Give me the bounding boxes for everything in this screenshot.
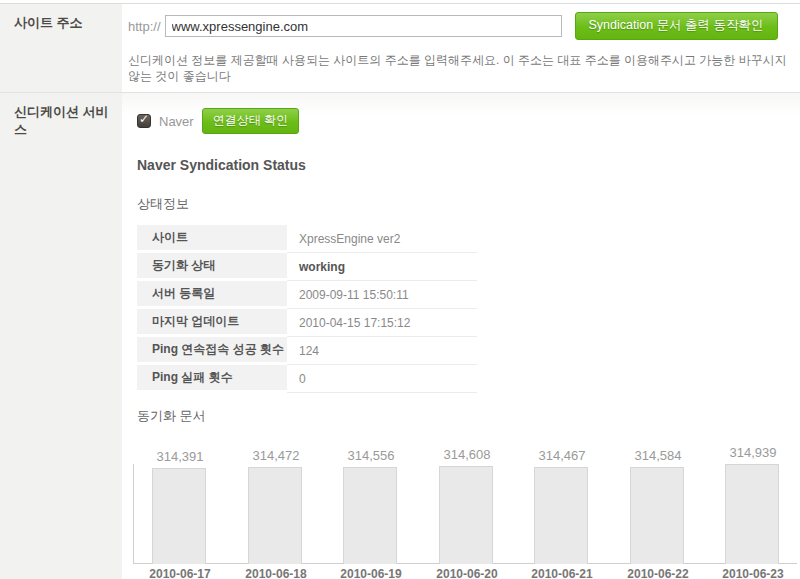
url-protocol-prefix: http://	[128, 19, 161, 34]
status-row-label: 서버 등록일	[137, 281, 287, 306]
bar-value-label: 314,584	[612, 448, 704, 463]
status-row-label: Ping 연속접속 성공 횟수	[137, 337, 287, 362]
status-row-label: Ping 실패 횟수	[137, 365, 287, 390]
status-info-heading: 상태정보	[137, 195, 797, 213]
sidebar-label-site-address: 사이트 주소	[0, 4, 122, 92]
bar-date-label: 2010-06-22	[612, 567, 704, 579]
sync-documents-heading: 동기화 문서	[137, 407, 797, 425]
syndication-settings-page: { "sections": { "site_address": { "sideb…	[0, 0, 800, 579]
site-address-description: 신디케이션 정보를 제공할때 사용되는 사이트의 주소를 입력해주세요. 이 주…	[128, 52, 796, 84]
chart-bar	[725, 464, 779, 564]
bar-value-label: 314,939	[707, 445, 799, 460]
status-row-value: 2009-09-11 15:50:11	[287, 281, 477, 309]
status-table-row: 마지막 업데이트2010-04-15 17:15:12	[137, 309, 477, 337]
site-address-section: 사이트 주소 http:// Syndication 문서 출력 동작확인 신디…	[0, 4, 800, 92]
naver-provider-label: Naver	[159, 114, 194, 129]
bar-date-label: 2010-06-20	[421, 567, 513, 579]
site-address-content: http:// Syndication 문서 출력 동작확인 신디케이션 정보를…	[122, 4, 800, 92]
bar-value-label: 314,608	[421, 447, 513, 462]
status-table-row: 동기화 상태working	[137, 253, 477, 281]
sync-documents-bar-chart: 314,3912010-06-17314,4722010-06-18314,55…	[133, 445, 797, 579]
chart-bar	[534, 467, 588, 564]
status-table-row: 사이트XpressEngine ver2	[137, 225, 477, 253]
syndication-service-section: 신디케이션 서비스 Naver 연결상태 확인 Naver Syndicatio…	[0, 92, 800, 579]
status-table-row: Ping 연속접속 성공 횟수124	[137, 337, 477, 365]
status-table: 사이트XpressEngine ver2동기화 상태working서버 등록일2…	[137, 225, 477, 393]
naver-provider-line: Naver 연결상태 확인	[137, 111, 797, 131]
bar-date-label: 2010-06-18	[230, 567, 322, 579]
bar-date-label: 2010-06-19	[325, 567, 417, 579]
status-row-label: 사이트	[137, 225, 287, 250]
bar-value-label: 314,391	[134, 449, 226, 464]
chart-bar	[439, 466, 493, 564]
status-row-value: 0	[287, 365, 477, 393]
bar-date-label: 2010-06-23	[707, 567, 799, 579]
status-row-value: 124	[287, 337, 477, 365]
status-row-label: 마지막 업데이트	[137, 309, 287, 334]
url-line: http:// Syndication 문서 출력 동작확인	[128, 12, 796, 40]
status-row-label: 동기화 상태	[137, 253, 287, 278]
syndication-service-content: Naver 연결상태 확인 Naver Syndication Status 상…	[122, 93, 800, 579]
sidebar-label-syndication-service: 신디케이션 서비스	[0, 93, 122, 579]
status-table-row: 서버 등록일2009-09-11 15:50:11	[137, 281, 477, 309]
naver-syndication-status-heading: Naver Syndication Status	[137, 157, 797, 173]
bar-value-label: 314,556	[325, 448, 417, 463]
connection-check-button[interactable]: 연결상태 확인	[202, 108, 299, 134]
bar-value-label: 314,467	[516, 448, 608, 463]
chart-y-axis	[133, 464, 134, 564]
status-row-value: XpressEngine ver2	[287, 225, 477, 253]
status-row-value: working	[287, 253, 477, 281]
bar-value-label: 314,472	[230, 448, 322, 463]
naver-checkbox[interactable]	[137, 114, 151, 128]
chart-bar	[343, 467, 397, 564]
syndication-output-verify-button[interactable]: Syndication 문서 출력 동작확인	[575, 12, 778, 40]
bar-date-label: 2010-06-21	[516, 567, 608, 579]
status-row-value: 2010-04-15 17:15:12	[287, 309, 477, 337]
site-url-input[interactable]	[165, 15, 562, 37]
chart-bar	[248, 467, 302, 564]
chart-bar	[152, 468, 206, 564]
bar-date-label: 2010-06-17	[134, 567, 226, 579]
status-table-row: Ping 실패 횟수0	[137, 365, 477, 393]
chart-bar	[630, 467, 684, 564]
